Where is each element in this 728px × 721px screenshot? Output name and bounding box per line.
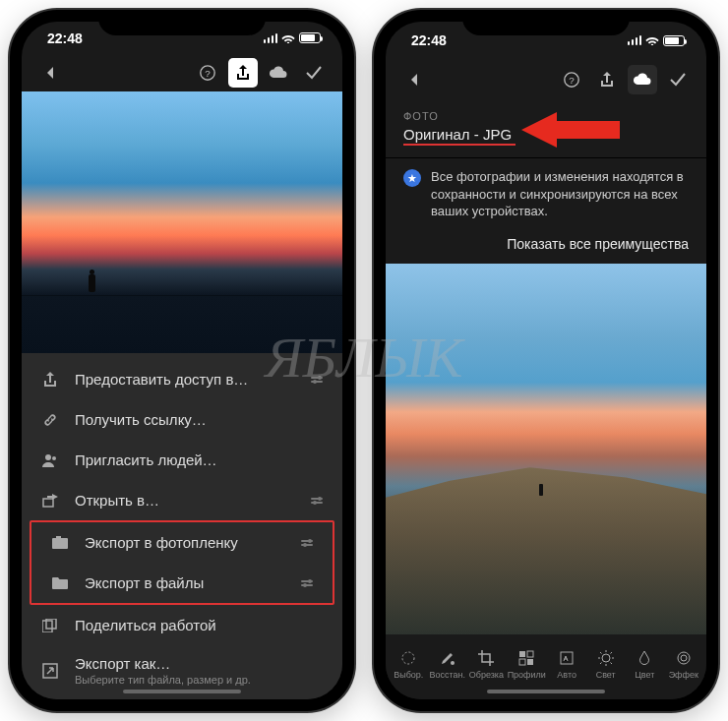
options-icon xyxy=(311,377,323,383)
svg-point-13 xyxy=(451,661,455,665)
invite-people-label: Пригласить людей… xyxy=(75,451,217,468)
tool-select-label: Выбор. xyxy=(394,670,423,680)
tool-crop-label: Обрезка xyxy=(469,670,504,680)
export-icon xyxy=(41,663,59,679)
share-access-label: Предоставить доступ в… xyxy=(75,371,248,388)
svg-rect-15 xyxy=(527,651,533,657)
tool-profiles[interactable]: Профили xyxy=(507,645,547,684)
tool-auto[interactable]: Авто xyxy=(548,645,586,684)
share-button[interactable] xyxy=(228,58,258,88)
options-icon xyxy=(301,580,313,586)
back-button[interactable] xyxy=(35,58,65,88)
share-access-row[interactable]: Предоставить доступ в… xyxy=(22,359,342,399)
wifi-icon xyxy=(281,33,295,43)
cellular-icon xyxy=(628,35,642,45)
tool-light-label: Свет xyxy=(596,670,616,680)
export-as-sublabel: Выберите тип файла, размер и др. xyxy=(75,674,251,686)
export-files-label: Экспорт в файлы xyxy=(85,574,204,591)
back-button[interactable] xyxy=(399,65,429,94)
share-work-label: Поделиться работой xyxy=(75,617,216,633)
sync-text: Все фотографии и изменения находятся в с… xyxy=(431,168,689,220)
home-indicator[interactable] xyxy=(123,690,241,693)
wifi-icon xyxy=(645,35,659,45)
cliff xyxy=(386,467,706,634)
notch xyxy=(462,10,630,35)
tool-heal-label: Восстан. xyxy=(430,670,466,680)
export-as-label: Экспорт как… xyxy=(75,655,251,672)
battery-icon xyxy=(663,35,685,46)
share-icon xyxy=(41,372,59,388)
svg-text:?: ? xyxy=(205,68,211,79)
svg-rect-7 xyxy=(42,621,52,632)
tool-heal[interactable]: Восстан. xyxy=(429,645,467,684)
export-as-row[interactable]: Экспорт как… Выберите тип файла, размер … xyxy=(22,645,342,690)
open-in-label: Открыть в… xyxy=(75,492,159,509)
get-link-label: Получить ссылку… xyxy=(75,411,207,428)
open-in-icon xyxy=(41,494,59,508)
open-in-row[interactable]: Открыть в… xyxy=(22,480,342,520)
svg-rect-5 xyxy=(52,538,68,549)
share-work-row[interactable]: Поделиться работой xyxy=(22,605,342,645)
done-button[interactable] xyxy=(299,58,329,88)
image-preview xyxy=(386,264,706,634)
benefits-link[interactable]: Показать все преимущества xyxy=(386,230,706,264)
invite-people-row[interactable]: Пригласить людей… xyxy=(22,440,342,480)
phone-left: 22:48 ? xyxy=(10,10,354,711)
cloud-sync-button[interactable] xyxy=(264,58,293,88)
top-toolbar: ? xyxy=(386,59,706,100)
top-toolbar: ? xyxy=(22,55,342,91)
tool-select[interactable]: Выбор. xyxy=(390,645,428,684)
export-highlight: Экспорт в фотопленку Экспорт в файлы xyxy=(30,520,334,605)
cloud-sync-button[interactable] xyxy=(628,65,657,94)
tool-effects[interactable]: Эффек xyxy=(664,645,702,684)
svg-point-21 xyxy=(681,655,687,661)
options-icon xyxy=(311,498,323,504)
help-button[interactable]: ? xyxy=(557,65,586,94)
tool-effects-label: Эффек xyxy=(669,670,698,680)
screen-left: 22:48 ? xyxy=(22,22,342,699)
svg-rect-17 xyxy=(527,659,533,665)
share-button[interactable] xyxy=(592,65,622,94)
svg-text:?: ? xyxy=(569,75,575,86)
svg-point-12 xyxy=(402,652,414,664)
tool-color-label: Цвет xyxy=(635,670,654,680)
svg-point-2 xyxy=(45,454,51,460)
people-icon xyxy=(41,452,59,468)
gallery-icon xyxy=(41,619,59,632)
link-icon xyxy=(41,412,59,428)
svg-rect-16 xyxy=(519,659,525,665)
svg-point-19 xyxy=(602,654,610,662)
tool-light[interactable]: Свет xyxy=(586,645,625,684)
tool-color[interactable]: Цвет xyxy=(626,645,664,684)
tool-auto-label: Авто xyxy=(557,670,576,680)
sync-info-row: ★ Все фотографии и изменения находятся в… xyxy=(386,158,706,230)
clock: 22:48 xyxy=(411,32,447,48)
svg-rect-4 xyxy=(43,499,53,507)
star-badge-icon: ★ xyxy=(403,169,421,187)
camera-roll-icon xyxy=(51,536,69,550)
get-link-row[interactable]: Получить ссылку… xyxy=(22,399,342,440)
export-camera-roll-row[interactable]: Экспорт в фотопленку xyxy=(31,522,333,563)
silhouette xyxy=(89,274,95,292)
share-sheet: Предоставить доступ в… Получить ссылку… … xyxy=(22,353,342,699)
svg-rect-6 xyxy=(56,536,61,539)
help-button[interactable]: ? xyxy=(193,58,222,88)
notch xyxy=(98,10,266,35)
svg-point-20 xyxy=(678,652,690,664)
done-button[interactable] xyxy=(663,65,693,94)
home-indicator[interactable] xyxy=(487,690,605,693)
folder-icon xyxy=(51,576,69,589)
tool-profiles-label: Профили xyxy=(508,670,546,680)
options-icon xyxy=(301,540,313,546)
image-preview xyxy=(22,91,342,353)
annotation-arrow xyxy=(521,112,620,148)
format-value[interactable]: Оригинал - JPG xyxy=(403,126,512,143)
svg-point-3 xyxy=(52,456,56,460)
tool-crop[interactable]: Обрезка xyxy=(467,645,506,684)
cellular-icon xyxy=(264,33,278,43)
clock: 22:48 xyxy=(47,30,83,46)
export-files-row[interactable]: Экспорт в файлы xyxy=(31,563,333,603)
export-camera-roll-label: Экспорт в фотопленку xyxy=(85,534,238,551)
svg-rect-14 xyxy=(519,651,525,657)
battery-icon xyxy=(299,32,321,43)
